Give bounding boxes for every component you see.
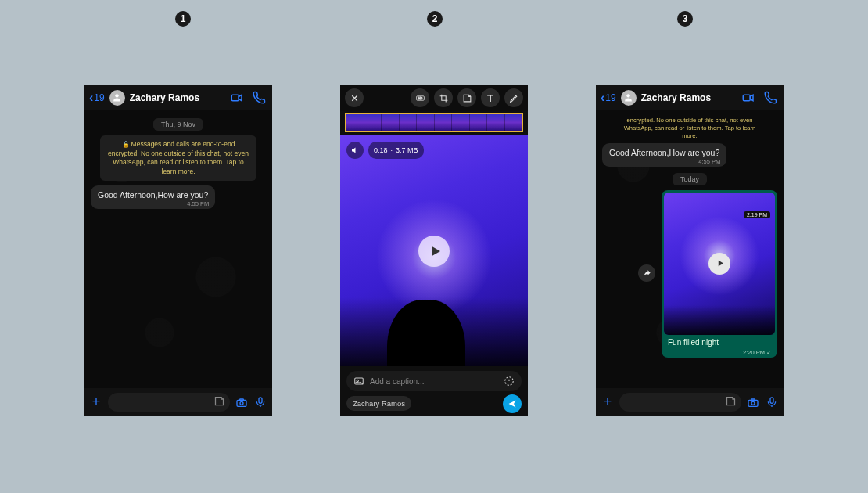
text-icon[interactable]: T	[481, 88, 500, 107]
chat-footer: +	[596, 388, 784, 416]
step-badge-1: 1	[175, 11, 191, 27]
microphone-icon[interactable]	[765, 395, 779, 409]
chat-body[interactable]: encrypted. No one outside of this chat, …	[596, 110, 784, 388]
svg-rect-14	[770, 398, 773, 403]
video-trim-strip[interactable]	[345, 113, 523, 132]
screen-2: HD T 0:18 · 3.7 MB	[340, 85, 528, 416]
screen-1: ‹ 19 Zachary Ramos Thu, 9 Nov 🔒Messages …	[84, 85, 272, 416]
close-icon[interactable]	[345, 88, 364, 107]
step-badge-3: 3	[677, 11, 693, 27]
svg-point-10	[627, 94, 630, 97]
back-button[interactable]: ‹ 19	[601, 92, 616, 104]
camera-icon[interactable]	[746, 395, 760, 409]
sticker-icon[interactable]	[725, 395, 737, 409]
outgoing-video-message[interactable]: 2:19 PM Fun filled night 2:20 PM ✓	[662, 190, 777, 358]
recipient-chip[interactable]: Zachary Ramos	[346, 396, 411, 411]
message-time: 4:55 PM	[698, 158, 720, 165]
caption-placeholder: Add a caption...	[370, 377, 498, 386]
message-time: 2:20 PM ✓	[743, 349, 772, 356]
delivered-ticks-icon: ✓	[766, 349, 772, 356]
play-button[interactable]	[708, 253, 730, 275]
plus-icon[interactable]: +	[89, 394, 103, 410]
date-chip: Today	[673, 173, 707, 185]
crop-icon[interactable]	[434, 88, 453, 107]
video-call-icon[interactable]	[228, 89, 246, 106]
play-button[interactable]	[418, 236, 450, 267]
svg-point-0	[116, 94, 119, 97]
screen-3: ‹ 19 Zachary Ramos encrypted. No one out…	[596, 85, 784, 416]
camera-icon[interactable]	[235, 395, 249, 409]
draw-icon[interactable]	[504, 88, 523, 107]
hd-quality-icon[interactable]: HD	[411, 88, 429, 107]
svg-rect-11	[743, 95, 750, 101]
video-caption: Fun filled night	[664, 335, 775, 347]
back-button[interactable]: ‹ 19	[89, 92, 105, 104]
video-metadata: 0:18 · 3.7 MB	[368, 142, 424, 159]
forward-icon[interactable]	[638, 264, 655, 282]
date-chip: Thu, 9 Nov	[153, 118, 203, 131]
svg-rect-2	[237, 400, 246, 406]
contact-name[interactable]: Zachary Ramos	[641, 92, 711, 103]
message-time: 4:55 PM	[187, 200, 209, 207]
video-call-icon[interactable]	[740, 89, 757, 106]
send-button[interactable]	[503, 394, 522, 413]
voice-call-icon[interactable]	[250, 89, 267, 106]
encryption-notice[interactable]: 🔒Messages and calls are end-to-end encry…	[100, 135, 256, 181]
editor-header: HD T	[340, 85, 528, 111]
message-input[interactable]	[619, 393, 741, 412]
incoming-message[interactable]: Good Afternoon,How are you? 4:55 PM	[602, 143, 726, 167]
editor-footer: Zachary Ramos	[340, 391, 528, 414]
voice-call-icon[interactable]	[762, 89, 779, 106]
plus-icon[interactable]: +	[601, 394, 615, 410]
message-text: Good Afternoon,How are you?	[609, 148, 719, 157]
svg-point-13	[751, 401, 755, 405]
encryption-notice[interactable]: encrypted. No one outside of this chat, …	[621, 117, 759, 140]
step-badge-2: 2	[427, 11, 443, 27]
avatar[interactable]	[621, 90, 637, 106]
incoming-message[interactable]: Good Afternoon,How are you? 4:55 PM	[91, 185, 215, 209]
sticker-icon[interactable]	[457, 88, 476, 107]
video-preview[interactable]: 0:18 · 3.7 MB	[340, 135, 528, 366]
microphone-icon[interactable]	[253, 395, 267, 409]
view-once-icon[interactable]	[503, 375, 515, 387]
mute-icon[interactable]	[346, 142, 364, 159]
video-thumbnail[interactable]: 2:19 PM	[664, 193, 775, 335]
contact-name[interactable]: Zachary Ramos	[130, 92, 199, 103]
chat-header: ‹ 19 Zachary Ramos	[596, 85, 784, 110]
video-duration-badge: 2:19 PM	[744, 211, 770, 218]
chevron-left-icon: ‹	[89, 92, 93, 104]
svg-text:HD: HD	[418, 97, 422, 100]
message-input[interactable]	[108, 393, 230, 412]
chat-header: ‹ 19 Zachary Ramos	[84, 85, 272, 110]
chat-body[interactable]: Thu, 9 Nov 🔒Messages and calls are end-t…	[84, 110, 272, 388]
sticker-icon[interactable]	[213, 395, 225, 409]
svg-point-3	[240, 401, 243, 405]
message-text: Good Afternoon,How are you?	[98, 190, 208, 200]
svg-rect-4	[259, 398, 262, 403]
back-count: 19	[94, 92, 104, 103]
back-count: 19	[605, 92, 615, 103]
avatar[interactable]	[109, 90, 125, 106]
lock-icon: 🔒	[122, 141, 130, 148]
photo-icon[interactable]	[353, 375, 365, 387]
svg-rect-12	[748, 400, 758, 406]
video-size: 3.7 MB	[396, 146, 418, 154]
svg-rect-1	[231, 95, 239, 101]
video-duration: 0:18	[374, 146, 388, 154]
chat-footer: +	[84, 388, 272, 416]
caption-input[interactable]: Add a caption...	[346, 371, 522, 391]
chevron-left-icon: ‹	[601, 92, 604, 104]
